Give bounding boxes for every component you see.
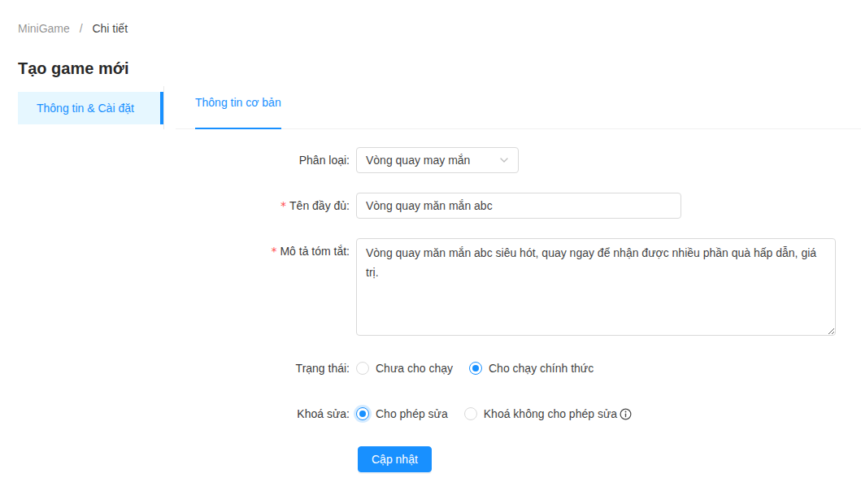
- tab-label: Thông tin cơ bản: [195, 96, 281, 109]
- radio-icon: [356, 362, 369, 375]
- lock-radio-allow-edit-label: Cho phép sửa: [376, 407, 448, 420]
- radio-icon: [469, 362, 482, 375]
- page-title: Tạo game mới: [18, 57, 861, 80]
- game-form: Phân loại: Vòng quay may mắn *Tên đầy đủ…: [0, 147, 861, 472]
- update-button[interactable]: Cập nhật: [358, 446, 432, 472]
- breadcrumb-item-minigame[interactable]: MiniGame: [18, 22, 70, 35]
- info-circle-icon[interactable]: [620, 408, 632, 420]
- status-radio-not-running[interactable]: Chưa cho chạy: [356, 355, 453, 381]
- form-row-category: Phân loại: Vòng quay may mắn: [0, 147, 861, 173]
- form-row-status: Trạng thái: Chưa cho chạy Cho chạy chính…: [0, 355, 861, 381]
- lock-radio-no-edit-label: Khoá không cho phép sửa: [484, 407, 617, 420]
- breadcrumb-item-chi-tiet: Chi tiết: [92, 22, 128, 35]
- radio-icon: [464, 407, 477, 420]
- lock-radio-no-edit[interactable]: Khoá không cho phép sửa: [464, 401, 617, 427]
- lock-radio-allow-edit[interactable]: Cho phép sửa: [356, 401, 448, 427]
- category-label: Phân loại:: [0, 147, 350, 173]
- chevron-down-icon: [499, 155, 509, 165]
- summary-textarea[interactable]: Vòng quay măn mắn abc siêu hót, quay nga…: [356, 238, 836, 336]
- sidebar-item-thong-tin-cai-dat[interactable]: Thông tin & Cài đặt: [18, 92, 163, 124]
- status-radio-not-running-label: Chưa cho chạy: [376, 362, 453, 375]
- form-row-edit-lock: Khoá sửa: Cho phép sửa Khoá không cho ph…: [0, 401, 861, 427]
- sidebar-item-label: Thông tin & Cài đặt: [37, 102, 134, 115]
- tab-thong-tin-co-ban[interactable]: Thông tin cơ bản: [195, 86, 281, 129]
- tabs-bar: Thông tin cơ bản: [176, 86, 861, 129]
- required-asterisk: *: [271, 245, 276, 258]
- summary-label: *Mô tả tóm tắt:: [0, 238, 350, 264]
- edit-lock-label: Khoá sửa:: [0, 401, 350, 427]
- content-header: Thông tin & Cài đặt Thông tin cơ bản: [0, 86, 861, 129]
- status-radio-official[interactable]: Cho chạy chính thức: [469, 355, 594, 381]
- form-row-submit: Cập nhật: [0, 446, 861, 472]
- required-asterisk: *: [280, 199, 286, 212]
- breadcrumb-separator: /: [80, 22, 83, 35]
- form-row-summary: *Mô tả tóm tắt: Vòng quay măn mắn abc si…: [0, 238, 861, 336]
- side-menu: Thông tin & Cài đặt: [0, 86, 164, 129]
- full-name-label: *Tên đầy đủ:: [0, 193, 350, 219]
- breadcrumb: MiniGame / Chi tiết: [18, 20, 861, 37]
- form-row-full-name: *Tên đầy đủ:: [0, 193, 861, 219]
- radio-icon: [356, 407, 369, 420]
- full-name-input[interactable]: [356, 193, 681, 219]
- category-select-value: Vòng quay may mắn: [366, 154, 470, 167]
- status-label: Trạng thái:: [0, 355, 350, 381]
- status-radio-official-label: Cho chạy chính thức: [489, 362, 594, 375]
- category-select[interactable]: Vòng quay may mắn: [356, 147, 519, 173]
